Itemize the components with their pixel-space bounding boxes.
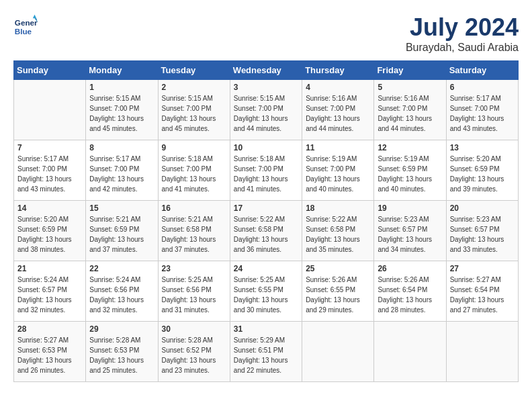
page-header: General Blue July 2024 Buraydah, Saudi A… — [13, 13, 519, 54]
calendar-cell: 22Sunrise: 5:24 AMSunset: 6:56 PMDayligh… — [86, 261, 158, 322]
calendar-cell: 15Sunrise: 5:21 AMSunset: 6:59 PMDayligh… — [86, 201, 158, 261]
calendar-cell: 20Sunrise: 5:23 AMSunset: 6:57 PMDayligh… — [446, 201, 518, 261]
day-number: 18 — [306, 203, 370, 213]
day-number: 8 — [89, 143, 154, 152]
day-info: Sunrise: 5:24 AMSunset: 6:56 PMDaylight:… — [89, 275, 154, 315]
calendar-cell: 21Sunrise: 5:24 AMSunset: 6:57 PMDayligh… — [14, 261, 86, 322]
day-info: Sunrise: 5:17 AMSunset: 7:00 PMDaylight:… — [17, 154, 82, 194]
weekday-header: Monday — [86, 61, 158, 80]
day-number: 19 — [378, 203, 442, 213]
day-info: Sunrise: 5:26 AMSunset: 6:55 PMDaylight:… — [306, 275, 370, 315]
day-number: 22 — [89, 264, 154, 273]
day-info: Sunrise: 5:25 AMSunset: 6:56 PMDaylight:… — [162, 275, 226, 315]
day-number: 9 — [162, 143, 226, 152]
day-number: 4 — [306, 83, 370, 92]
calendar-cell — [374, 322, 446, 382]
day-info: Sunrise: 5:20 AMSunset: 6:59 PMDaylight:… — [450, 154, 515, 194]
weekday-header: Thursday — [302, 61, 374, 80]
svg-text:Blue: Blue — [15, 27, 32, 36]
calendar-cell: 26Sunrise: 5:26 AMSunset: 6:54 PMDayligh… — [374, 261, 446, 322]
day-info: Sunrise: 5:17 AMSunset: 7:00 PMDaylight:… — [450, 93, 515, 134]
calendar-cell: 2Sunrise: 5:15 AMSunset: 7:00 PMDaylight… — [158, 80, 230, 140]
calendar-week-row: 28Sunrise: 5:27 AMSunset: 6:53 PMDayligh… — [14, 322, 519, 382]
calendar-cell: 11Sunrise: 5:19 AMSunset: 7:00 PMDayligh… — [302, 140, 374, 201]
calendar-cell: 19Sunrise: 5:23 AMSunset: 6:57 PMDayligh… — [374, 201, 446, 261]
day-number: 24 — [234, 264, 298, 273]
calendar-week-row: 7Sunrise: 5:17 AMSunset: 7:00 PMDaylight… — [14, 140, 519, 201]
day-number: 29 — [89, 324, 154, 334]
calendar-header: SundayMondayTuesdayWednesdayThursdayFrid… — [14, 61, 519, 80]
calendar-body: 1Sunrise: 5:15 AMSunset: 7:00 PMDaylight… — [14, 80, 519, 382]
day-number: 30 — [162, 324, 226, 334]
calendar-cell: 9Sunrise: 5:18 AMSunset: 7:00 PMDaylight… — [158, 140, 230, 201]
day-info: Sunrise: 5:28 AMSunset: 6:52 PMDaylight:… — [162, 335, 226, 375]
day-info: Sunrise: 5:19 AMSunset: 6:59 PMDaylight:… — [378, 154, 442, 194]
day-number: 27 — [450, 264, 515, 273]
day-info: Sunrise: 5:20 AMSunset: 6:59 PMDaylight:… — [17, 214, 82, 255]
weekday-header: Sunday — [14, 61, 86, 80]
logo: General Blue — [13, 13, 38, 38]
day-number: 2 — [162, 83, 226, 92]
day-number: 23 — [162, 264, 226, 273]
calendar-cell: 16Sunrise: 5:21 AMSunset: 6:58 PMDayligh… — [158, 201, 230, 261]
calendar-cell: 29Sunrise: 5:28 AMSunset: 6:53 PMDayligh… — [86, 322, 158, 382]
calendar-cell — [446, 322, 518, 382]
calendar-cell: 27Sunrise: 5:27 AMSunset: 6:54 PMDayligh… — [446, 261, 518, 322]
day-info: Sunrise: 5:19 AMSunset: 7:00 PMDaylight:… — [306, 154, 370, 194]
weekday-header: Friday — [374, 61, 446, 80]
calendar-cell: 23Sunrise: 5:25 AMSunset: 6:56 PMDayligh… — [158, 261, 230, 322]
weekday-header: Saturday — [446, 61, 518, 80]
day-number: 13 — [450, 143, 515, 152]
calendar-cell: 17Sunrise: 5:22 AMSunset: 6:58 PMDayligh… — [230, 201, 302, 261]
calendar-cell: 13Sunrise: 5:20 AMSunset: 6:59 PMDayligh… — [446, 140, 518, 201]
calendar-cell: 8Sunrise: 5:17 AMSunset: 7:00 PMDaylight… — [86, 140, 158, 201]
day-number: 21 — [17, 264, 82, 273]
day-number: 3 — [234, 83, 298, 92]
day-info: Sunrise: 5:27 AMSunset: 6:54 PMDaylight:… — [450, 275, 515, 315]
day-number: 16 — [162, 203, 226, 213]
calendar-cell — [14, 80, 86, 140]
calendar-cell: 3Sunrise: 5:15 AMSunset: 7:00 PMDaylight… — [230, 80, 302, 140]
svg-marker-2 — [33, 15, 36, 18]
day-info: Sunrise: 5:26 AMSunset: 6:54 PMDaylight:… — [378, 275, 442, 315]
day-info: Sunrise: 5:21 AMSunset: 6:58 PMDaylight:… — [162, 214, 226, 255]
day-number: 5 — [378, 83, 442, 92]
day-number: 31 — [234, 324, 298, 334]
day-info: Sunrise: 5:18 AMSunset: 7:00 PMDaylight:… — [234, 154, 298, 194]
weekday-header: Wednesday — [230, 61, 302, 80]
day-number: 20 — [450, 203, 515, 213]
day-number: 12 — [378, 143, 442, 152]
day-number: 11 — [306, 143, 370, 152]
month-title: July 2024 — [406, 13, 519, 42]
calendar-cell: 31Sunrise: 5:29 AMSunset: 6:51 PMDayligh… — [230, 322, 302, 382]
day-info: Sunrise: 5:15 AMSunset: 7:00 PMDaylight:… — [162, 93, 226, 134]
calendar-cell: 18Sunrise: 5:22 AMSunset: 6:58 PMDayligh… — [302, 201, 374, 261]
day-info: Sunrise: 5:18 AMSunset: 7:00 PMDaylight:… — [162, 154, 226, 194]
day-info: Sunrise: 5:16 AMSunset: 7:00 PMDaylight:… — [306, 93, 370, 134]
weekday-header: Tuesday — [158, 61, 230, 80]
calendar-week-row: 14Sunrise: 5:20 AMSunset: 6:59 PMDayligh… — [14, 201, 519, 261]
calendar-cell — [302, 322, 374, 382]
calendar-week-row: 21Sunrise: 5:24 AMSunset: 6:57 PMDayligh… — [14, 261, 519, 322]
day-info: Sunrise: 5:25 AMSunset: 6:55 PMDaylight:… — [234, 275, 298, 315]
svg-text:General: General — [15, 18, 38, 27]
location-subtitle: Buraydah, Saudi Arabia — [406, 42, 519, 54]
logo-icon: General Blue — [13, 13, 38, 38]
day-info: Sunrise: 5:16 AMSunset: 7:00 PMDaylight:… — [378, 93, 442, 134]
calendar-cell: 5Sunrise: 5:16 AMSunset: 7:00 PMDaylight… — [374, 80, 446, 140]
calendar-cell: 1Sunrise: 5:15 AMSunset: 7:00 PMDaylight… — [86, 80, 158, 140]
calendar-cell: 28Sunrise: 5:27 AMSunset: 6:53 PMDayligh… — [14, 322, 86, 382]
day-number: 26 — [378, 264, 442, 273]
calendar-cell: 6Sunrise: 5:17 AMSunset: 7:00 PMDaylight… — [446, 80, 518, 140]
title-block: July 2024 Buraydah, Saudi Arabia — [406, 13, 519, 54]
day-info: Sunrise: 5:15 AMSunset: 7:00 PMDaylight:… — [234, 93, 298, 134]
day-number: 14 — [17, 203, 82, 213]
calendar-cell: 12Sunrise: 5:19 AMSunset: 6:59 PMDayligh… — [374, 140, 446, 201]
day-info: Sunrise: 5:22 AMSunset: 6:58 PMDaylight:… — [234, 214, 298, 255]
calendar-cell: 4Sunrise: 5:16 AMSunset: 7:00 PMDaylight… — [302, 80, 374, 140]
day-info: Sunrise: 5:17 AMSunset: 7:00 PMDaylight:… — [89, 154, 154, 194]
day-info: Sunrise: 5:23 AMSunset: 6:57 PMDaylight:… — [378, 214, 442, 255]
calendar-cell: 24Sunrise: 5:25 AMSunset: 6:55 PMDayligh… — [230, 261, 302, 322]
day-number: 10 — [234, 143, 298, 152]
day-info: Sunrise: 5:27 AMSunset: 6:53 PMDaylight:… — [17, 335, 82, 375]
